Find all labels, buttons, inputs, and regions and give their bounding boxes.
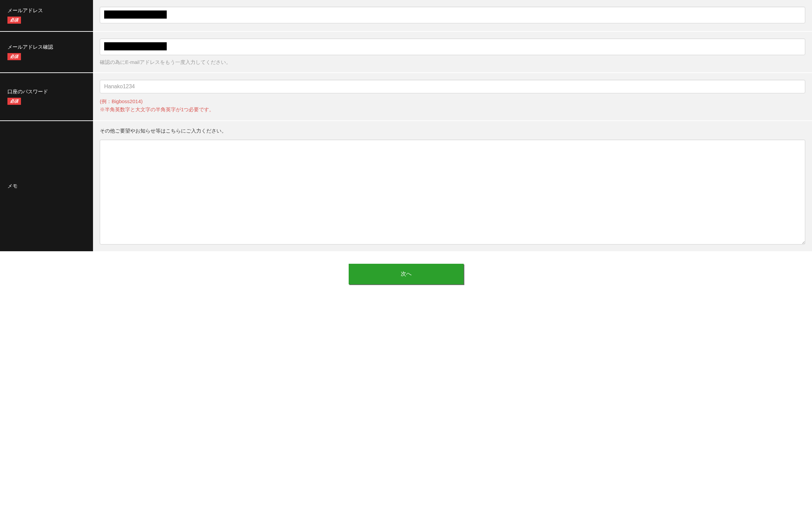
memo-textarea[interactable] xyxy=(100,140,805,244)
label-text-email-confirm: メールアドレス確認 xyxy=(7,44,53,50)
password-hint-rule: ※半角英数字と大文字の半角英字が1つ必要です。 xyxy=(100,106,805,114)
form-row-email: メールアドレス 必須 xyxy=(0,0,812,32)
help-text-email-confirm: 確認の為にE-mailアドレスをもう一度入力してください。 xyxy=(100,59,805,66)
password-hint: (例：Bigboss2014) ※半角英数字と大文字の半角英字が1つ必要です。 xyxy=(100,97,805,114)
next-button[interactable]: 次へ xyxy=(349,264,464,284)
form-row-email-confirm: メールアドレス確認 必須 確認の為にE-mailアドレスをもう一度入力してくださ… xyxy=(0,32,812,73)
required-badge: 必須 xyxy=(7,17,21,24)
email-confirm-input[interactable] xyxy=(100,39,805,55)
form-row-password: 口座のパスワード 必須 (例：Bigboss2014) ※半角英数字と大文字の半… xyxy=(0,73,812,121)
field-email-confirm: 確認の為にE-mailアドレスをもう一度入力してください。 xyxy=(93,32,812,72)
required-badge: 必須 xyxy=(7,53,21,60)
label-email-confirm: メールアドレス確認 必須 xyxy=(0,32,93,72)
form-row-memo: メモ その他ご要望やお知らせ等はこちらにご入力ください。 xyxy=(0,121,812,252)
memo-description: その他ご要望やお知らせ等はこちらにご入力ください。 xyxy=(100,128,805,134)
field-password: (例：Bigboss2014) ※半角英数字と大文字の半角英字が1つ必要です。 xyxy=(93,73,812,120)
required-badge: 必須 xyxy=(7,98,21,105)
redacted-value xyxy=(104,10,167,19)
email-input[interactable] xyxy=(100,7,805,23)
field-memo: その他ご要望やお知らせ等はこちらにご入力ください。 xyxy=(93,121,812,251)
button-container: 次へ xyxy=(0,252,812,296)
field-email xyxy=(93,0,812,31)
label-text-email: メールアドレス xyxy=(7,7,43,14)
label-memo: メモ xyxy=(0,121,93,251)
label-password: 口座のパスワード 必須 xyxy=(0,73,93,120)
registration-form: メールアドレス 必須 メールアドレス確認 必須 確認の為にE-mailアドレスを… xyxy=(0,0,812,252)
label-email: メールアドレス 必須 xyxy=(0,0,93,31)
password-hint-example: (例：Bigboss2014) xyxy=(100,97,805,106)
redacted-value xyxy=(104,42,167,50)
label-text-password: 口座のパスワード xyxy=(7,89,48,95)
password-input[interactable] xyxy=(100,80,805,93)
label-text-memo: メモ xyxy=(7,183,18,189)
